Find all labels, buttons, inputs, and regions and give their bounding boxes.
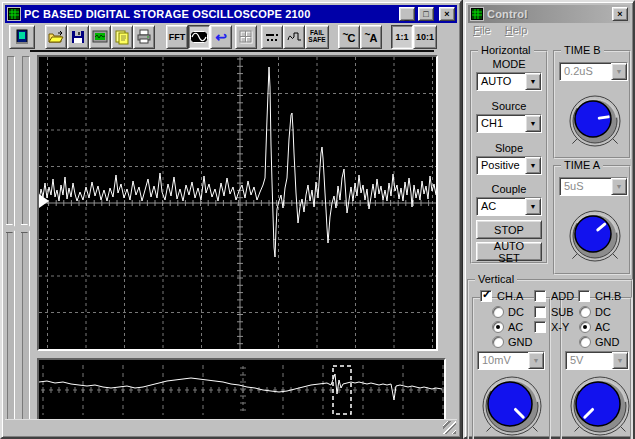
ch-a-gnd-label: GND: [508, 336, 532, 348]
control-close-button[interactable]: ×: [612, 7, 628, 21]
overview-plot: [39, 360, 444, 420]
main-titlebar[interactable]: PC BASED DIGITAL STORAGE OSCILLOSCOPE 21…: [5, 5, 457, 23]
dotted-line-button[interactable]: [261, 25, 283, 49]
sine-to-square-icon: [287, 30, 302, 44]
volts-b-knob[interactable]: [563, 369, 635, 439]
time-b-select-arrow[interactable]: ▼: [611, 63, 627, 80]
volts-a-knob[interactable]: [475, 369, 549, 439]
app-icon: [7, 7, 21, 21]
fft-button[interactable]: FFT: [166, 25, 188, 49]
sine-wave-icon: [190, 29, 208, 45]
ch-a-ac-radio[interactable]: [492, 321, 504, 333]
fail-safe-button[interactable]: FAIL SAFE: [305, 25, 329, 49]
ch-b-gnd-radio[interactable]: [579, 336, 591, 348]
vertical-group: Vertical ✓ CH.A ✓ ADD ✓ CH.B DC ✓ SUB DC…: [467, 279, 633, 439]
xy-label: X-Y: [551, 321, 569, 333]
volts-a-select[interactable]: 10mV ▼: [477, 351, 545, 370]
time-a-group: TIME A 5uS ▼: [553, 165, 631, 275]
sub-checkbox[interactable]: ✓: [534, 306, 546, 318]
minimize-button[interactable]: _: [399, 7, 415, 21]
main-window-title: PC BASED DIGITAL STORAGE OSCILLOSCOPE 21…: [24, 8, 396, 20]
sub-label: SUB: [551, 306, 574, 318]
desktop: PC BASED DIGITAL STORAGE OSCILLOSCOPE 21…: [0, 0, 635, 439]
probe-1to1-button[interactable]: 1:1: [391, 25, 413, 49]
ch-b-checkbox[interactable]: ✓: [578, 290, 590, 302]
control-titlebar[interactable]: Control ×: [468, 5, 630, 23]
slope-select[interactable]: Positive ▼: [476, 156, 542, 175]
toolbar: FFT ↩: [5, 24, 457, 50]
dash-dots-icon: [265, 30, 280, 44]
source-select[interactable]: CH1 ▼: [476, 114, 542, 133]
time-b-select[interactable]: 0.2uS ▼: [559, 62, 628, 81]
horizontal-group-label: Horizontal: [478, 44, 534, 56]
control-window: Control × File Help Horizontal MODE AUTO…: [463, 0, 635, 439]
fft-label: FFT: [169, 33, 186, 42]
ch-a-checkbox[interactable]: ✓: [480, 290, 492, 302]
slope-label: Slope: [472, 142, 546, 154]
status-bar: [5, 419, 457, 435]
resize-grip[interactable]: [443, 421, 456, 434]
couple-select[interactable]: AC ▼: [476, 197, 542, 216]
waveform-display-button[interactable]: [188, 25, 210, 49]
channel-b-slider-thumb[interactable]: [21, 224, 32, 233]
exit-button[interactable]: [9, 25, 35, 49]
close-button[interactable]: ×: [439, 7, 455, 21]
overview-display[interactable]: [37, 358, 446, 422]
ch-b-dc-radio[interactable]: [579, 306, 591, 318]
ch-b-ac-radio[interactable]: [579, 321, 591, 333]
grid-toggle-button[interactable]: [235, 25, 257, 49]
source-label: Source: [472, 100, 546, 112]
mode-select-arrow[interactable]: ▼: [525, 73, 541, 90]
trigger-level-marker[interactable]: [39, 194, 49, 208]
volts-b-select[interactable]: 5V ▼: [565, 351, 629, 370]
source-select-arrow[interactable]: ▼: [525, 115, 541, 132]
stop-button[interactable]: STOP: [476, 220, 542, 239]
probe-10to1-button[interactable]: 10:1: [413, 25, 437, 49]
xy-checkbox[interactable]: ✓: [534, 321, 546, 333]
time-b-knob[interactable]: [562, 88, 628, 154]
ch-a-dc-radio[interactable]: [492, 306, 504, 318]
ch-a-label: CH.A: [497, 290, 523, 302]
couple-select-arrow[interactable]: ▼: [525, 198, 541, 215]
calibrate-c-button[interactable]: ~C: [338, 25, 360, 49]
time-a-select[interactable]: 5uS ▼: [559, 177, 628, 196]
copy-notes-button[interactable]: [111, 25, 133, 49]
menu-help[interactable]: Help: [505, 24, 528, 40]
add-label: ADD: [551, 290, 574, 302]
undo-sweep-button[interactable]: ↩: [210, 25, 232, 49]
mode-select[interactable]: AUTO ▼: [476, 72, 542, 91]
notes-icon: [114, 29, 130, 45]
volts-a-select-arrow[interactable]: ▼: [528, 352, 544, 369]
slope-select-arrow[interactable]: ▼: [525, 157, 541, 174]
open-button[interactable]: [45, 25, 67, 49]
ch-a-gnd-radio[interactable]: [492, 336, 504, 348]
interpolation-button[interactable]: [283, 25, 305, 49]
grid-icon: [239, 30, 254, 45]
maximize-button[interactable]: □: [418, 7, 434, 21]
channel-a-slider-thumb[interactable]: [6, 224, 17, 233]
ch-b-ac-label: AC: [595, 321, 610, 333]
volts-b-select-arrow[interactable]: ▼: [612, 352, 628, 369]
print-button[interactable]: [133, 25, 155, 49]
time-a-knob[interactable]: [562, 203, 628, 269]
cal-a-icon: ~A: [365, 29, 378, 45]
calibrate-a-button[interactable]: ~A: [360, 25, 382, 49]
channel-a-position-slider[interactable]: [7, 56, 15, 420]
toolbar-divider: [30, 50, 434, 52]
add-checkbox[interactable]: ✓: [534, 290, 546, 302]
menu-file[interactable]: File: [473, 24, 491, 40]
exit-door-icon: [14, 29, 30, 45]
ch-b-dc-label: DC: [595, 306, 611, 318]
channel-b-position-slider[interactable]: [22, 56, 30, 420]
undo-arrow-icon: ↩: [215, 30, 227, 44]
save-button[interactable]: [67, 25, 89, 49]
capture-screen-button[interactable]: [89, 25, 111, 49]
control-window-title: Control: [487, 8, 609, 20]
cal-c-icon: ~C: [343, 29, 356, 45]
main-scope-display[interactable]: [37, 55, 438, 351]
time-a-select-arrow[interactable]: ▼: [611, 178, 627, 195]
control-menubar: File Help: [469, 24, 527, 40]
ch-a-dc-label: DC: [508, 306, 524, 318]
auto-set-button[interactable]: AUTO SET: [476, 242, 542, 261]
ch-b-label: CH.B: [595, 290, 621, 302]
